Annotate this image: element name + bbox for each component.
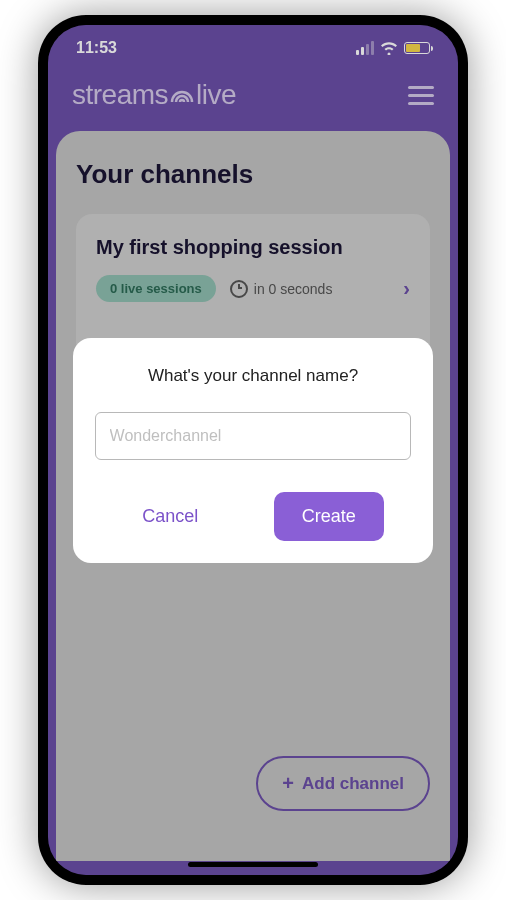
home-indicator[interactable] — [188, 862, 318, 867]
modal-overlay[interactable]: What's your channel name? Cancel Create — [48, 25, 458, 875]
modal-actions: Cancel Create — [95, 492, 412, 541]
device-frame: 11:53 streams — [38, 15, 468, 885]
cancel-button[interactable]: Cancel — [122, 494, 218, 539]
create-channel-modal: What's your channel name? Cancel Create — [73, 338, 434, 563]
modal-title: What's your channel name? — [95, 366, 412, 386]
screen: 11:53 streams — [48, 25, 458, 875]
channel-name-input[interactable] — [95, 412, 412, 460]
create-button[interactable]: Create — [274, 492, 384, 541]
